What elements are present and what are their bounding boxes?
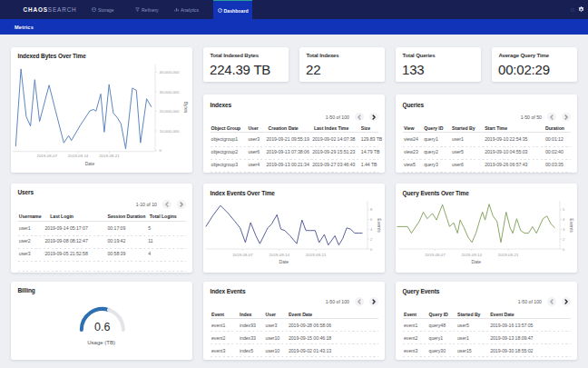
- svg-text:4: 4: [370, 227, 373, 232]
- svg-text:Events: Events: [569, 218, 574, 233]
- svg-text:Date: Date: [472, 259, 482, 264]
- svg-text:6: 6: [370, 217, 373, 222]
- svg-text:Date: Date: [279, 259, 289, 264]
- svg-text:Usage (TB): Usage (TB): [87, 340, 115, 345]
- svg-text:30,000,000: 30,000,000: [160, 90, 181, 94]
- svg-text:2019-09-21: 2019-09-21: [498, 253, 519, 257]
- svg-text:2019-09-14: 2019-09-14: [270, 253, 290, 257]
- svg-text:Date: Date: [85, 161, 95, 166]
- svg-text:2019-09-21: 2019-09-21: [99, 154, 120, 158]
- svg-text:2: 2: [563, 237, 565, 242]
- svg-text:0: 0: [370, 247, 373, 252]
- svg-text:2: 2: [370, 237, 373, 242]
- svg-text:2019-09-07: 2019-09-07: [232, 253, 253, 257]
- svg-text:2019-09-14: 2019-09-14: [68, 154, 89, 158]
- svg-text:0: 0: [563, 247, 565, 252]
- svg-text:0: 0: [160, 148, 162, 153]
- svg-text:10,000,000: 10,000,000: [160, 129, 181, 134]
- svg-text:Bytes: Bytes: [183, 102, 189, 114]
- svg-text:0.6: 0.6: [94, 321, 110, 333]
- svg-text:Events: Events: [377, 218, 382, 233]
- svg-text:40,000,000: 40,000,000: [160, 70, 181, 75]
- svg-text:4: 4: [563, 217, 565, 222]
- svg-text:2019-09-07: 2019-09-07: [425, 253, 446, 257]
- svg-text:2019-09-21: 2019-09-21: [306, 253, 327, 257]
- svg-text:2019-09-14: 2019-09-14: [462, 253, 483, 257]
- svg-text:3: 3: [563, 227, 565, 232]
- svg-text:20,000,000: 20,000,000: [160, 109, 181, 114]
- svg-text:5: 5: [563, 207, 565, 212]
- svg-text:2019-09-07: 2019-09-07: [36, 154, 57, 158]
- svg-text:8: 8: [370, 207, 373, 212]
